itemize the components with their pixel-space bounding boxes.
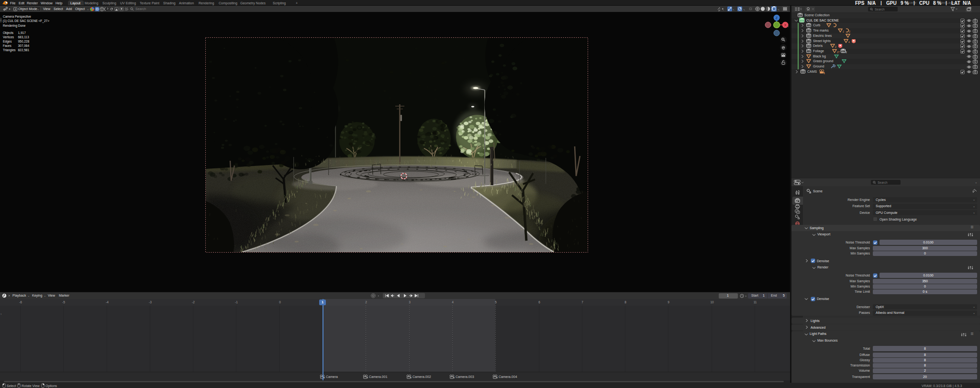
svg-text:27: 27 xyxy=(837,51,840,54)
svg-text:2: 2 xyxy=(849,30,850,33)
svg-text:2: 2 xyxy=(846,51,847,54)
svg-text:Z: Z xyxy=(776,16,778,20)
svg-text:4: 4 xyxy=(848,41,850,44)
svg-text:2: 2 xyxy=(835,45,836,48)
svg-text:6: 6 xyxy=(824,72,825,74)
svg-text:X: X xyxy=(784,23,787,27)
svg-text:2: 2 xyxy=(843,30,844,33)
